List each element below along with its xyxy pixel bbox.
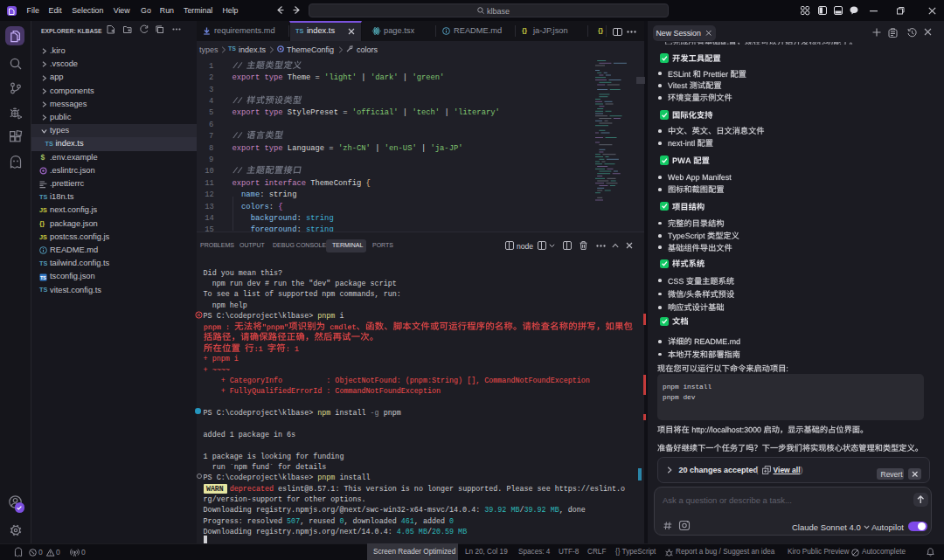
svg-text:TS: TS <box>40 274 46 280</box>
